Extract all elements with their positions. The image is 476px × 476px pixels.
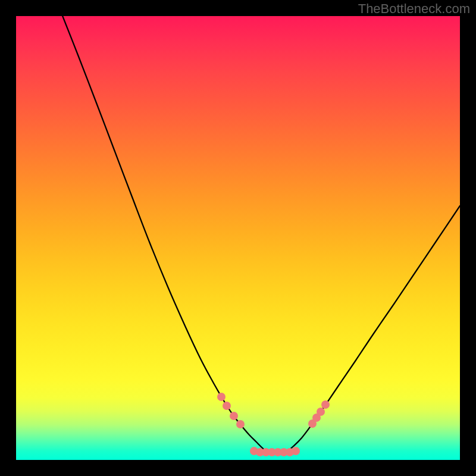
- marker-dot: [236, 420, 245, 428]
- marker-dot: [317, 408, 325, 416]
- marker-dot: [230, 412, 238, 420]
- markers-layer: [16, 16, 460, 460]
- marker-dot: [223, 402, 231, 410]
- chart-frame: [16, 16, 460, 460]
- marker-dot: [217, 393, 226, 401]
- marker-dot: [321, 400, 330, 409]
- marker-group: [217, 393, 330, 456]
- marker-dot: [292, 447, 300, 455]
- watermark-text: TheBottleneck.com: [358, 1, 470, 17]
